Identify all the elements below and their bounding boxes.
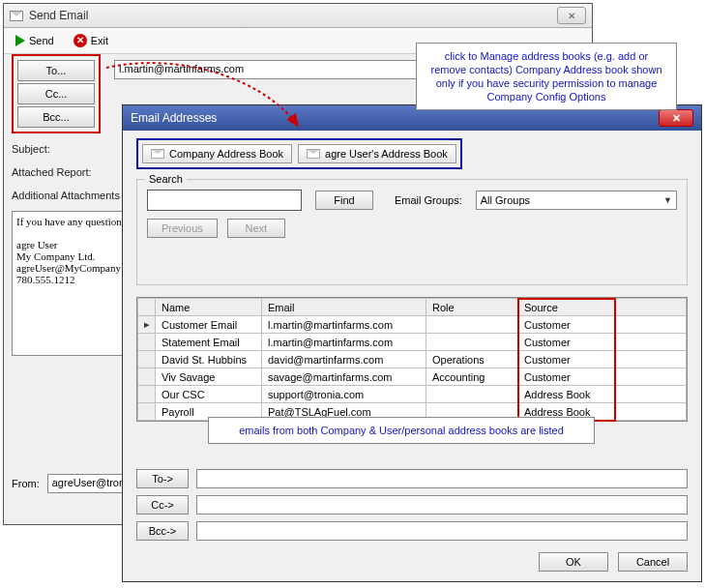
row-selector[interactable] (138, 386, 156, 403)
bcc-button[interactable]: Bcc... (17, 106, 95, 128)
addr-window-title: Email Addresses (131, 111, 217, 125)
exit-icon: ✕ (73, 34, 87, 47)
to-assign-button[interactable]: To-> (136, 469, 189, 488)
next-button[interactable]: Next (227, 219, 285, 238)
email-groups-value: All Groups (481, 194, 530, 206)
cc-button[interactable]: Cc... (17, 83, 95, 104)
cell-name: David St. Hubbins (156, 351, 262, 368)
email-groups-label: Email Groups: (395, 194, 462, 206)
bcc-output-field[interactable] (196, 521, 688, 541)
exit-button[interactable]: ✕ Exit (68, 32, 114, 49)
cell-role (426, 386, 518, 403)
send-label: Send (29, 35, 54, 46)
find-button[interactable]: Find (315, 191, 373, 210)
col-email[interactable]: Email (262, 299, 426, 316)
cell-name: Customer Email (156, 316, 262, 334)
search-input[interactable] (147, 190, 302, 211)
cell-name: Our CSC (156, 386, 262, 403)
tab-label: Company Address Book (169, 148, 283, 160)
attached-report-label: Attached Report: (12, 166, 92, 178)
close-icon[interactable]: ✕ (659, 109, 693, 127)
address-book-tabs-highlight: Company Address Book agre User's Address… (136, 138, 462, 169)
additional-attachments-label: Additional Attachments (12, 190, 120, 201)
envelope-icon (307, 149, 320, 159)
callout-both-books: emails from both Company & User/personal… (208, 417, 595, 444)
subject-label: Subject: (12, 143, 50, 155)
cell-email: l.martin@martinfarms.com (262, 316, 426, 334)
row-selector[interactable] (138, 334, 156, 351)
previous-button[interactable]: Previous (147, 219, 218, 238)
row-selector[interactable]: ▸ (138, 316, 156, 334)
recipient-buttons-highlight: To... Cc... Bcc... (12, 54, 101, 133)
col-source[interactable]: Source (518, 299, 615, 316)
chevron-down-icon: ▼ (663, 195, 672, 205)
cell-name: Statement Email (156, 334, 262, 351)
table-row[interactable]: David St. Hubbinsdavid@martinfarms.comOp… (138, 351, 687, 368)
col-role[interactable]: Role (426, 299, 518, 316)
cell-email: david@martinfarms.com (262, 351, 426, 368)
cc-output-field[interactable] (196, 495, 688, 514)
table-row[interactable]: ▸Customer Emaill.martin@martinfarms.comC… (138, 316, 687, 334)
col-name[interactable]: Name (156, 299, 262, 316)
cell-source: Customer (518, 334, 615, 351)
envelope-icon (151, 149, 164, 159)
table-row[interactable]: Statement Emaill.martin@martinfarms.comC… (138, 334, 687, 351)
to-output-field[interactable] (196, 469, 688, 488)
search-legend: Search (145, 173, 187, 185)
callout-manage-books: click to Manage address books (e.g. add … (416, 43, 677, 110)
cc-assign-button[interactable]: Cc-> (136, 495, 189, 514)
cell-role: Accounting (426, 368, 518, 386)
envelope-icon (10, 11, 23, 21)
cell-role (426, 316, 518, 334)
row-selector[interactable] (138, 368, 156, 386)
cell-role: Operations (426, 351, 518, 368)
send-button[interactable]: Send (10, 33, 60, 48)
tab-user-address-book[interactable]: agre User's Address Book (298, 144, 456, 163)
cell-source: Customer (518, 368, 615, 386)
row-selector[interactable] (138, 403, 156, 421)
cell-source: Address Book (518, 386, 615, 403)
tab-company-address-book[interactable]: Company Address Book (142, 144, 292, 163)
to-field[interactable]: l.martin@martinfarms.com (114, 60, 453, 79)
close-icon[interactable]: ✕ (557, 7, 586, 24)
tab-label: agre User's Address Book (325, 148, 448, 160)
send-email-titlebar: Send Email ✕ (4, 4, 592, 28)
cell-source: Customer (518, 351, 615, 368)
cell-name: Viv Savage (156, 368, 262, 386)
cell-email: support@tronia.com (262, 386, 426, 403)
to-button[interactable]: To... (17, 60, 95, 81)
play-icon (15, 35, 25, 46)
cell-role (426, 334, 518, 351)
cell-source: Customer (518, 316, 615, 334)
row-selector[interactable] (138, 351, 156, 368)
exit-label: Exit (91, 35, 108, 46)
bcc-assign-button[interactable]: Bcc-> (136, 521, 189, 541)
table-row[interactable]: Viv Savagesavage@martinfarms.comAccounti… (138, 368, 687, 386)
cell-email: savage@martinfarms.com (262, 368, 426, 386)
window-title: Send Email (29, 9, 88, 22)
table-row[interactable]: Our CSCsupport@tronia.comAddress Book (138, 386, 687, 403)
contacts-grid[interactable]: Name Email Role Source ▸Customer Emaill.… (136, 297, 688, 422)
from-label: From: (12, 478, 40, 489)
email-groups-select[interactable]: All Groups ▼ (476, 191, 677, 210)
cancel-button[interactable]: Cancel (618, 552, 688, 572)
ok-button[interactable]: OK (539, 552, 608, 572)
cell-email: l.martin@martinfarms.com (262, 334, 426, 351)
